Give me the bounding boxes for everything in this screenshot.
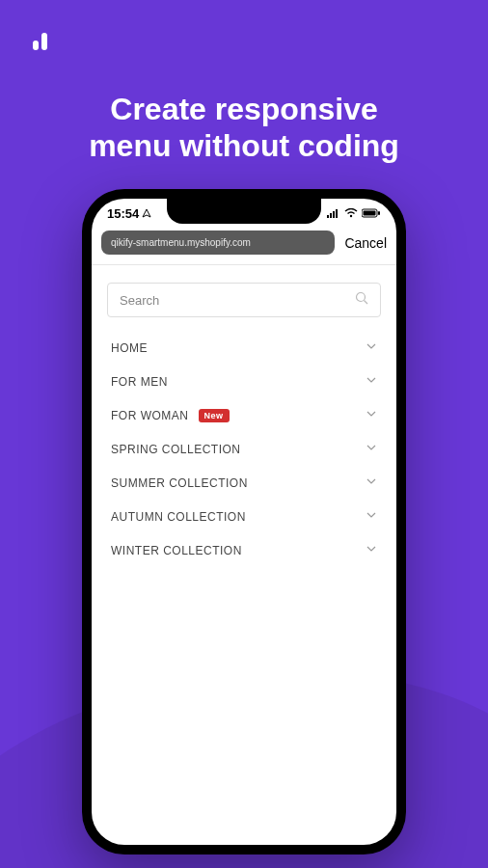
url-field[interactable]: qikify-smartmenu.myshopify.com [101, 231, 335, 255]
chevron-down-icon [366, 340, 377, 355]
svg-point-10 [357, 293, 366, 302]
status-time: 15:54 [107, 206, 139, 221]
menu-item-label: WINTER COLLECTION [111, 544, 242, 557]
new-badge: New [199, 409, 230, 422]
location-icon [142, 206, 151, 221]
headline-line-2: menu without coding [89, 128, 399, 163]
menu-item-label: SUMMER COLLECTION [111, 476, 248, 490]
menu-item-label: AUTUMN COLLECTION [111, 510, 246, 524]
search-input[interactable] [120, 293, 355, 308]
svg-rect-9 [378, 211, 380, 215]
svg-rect-1 [41, 33, 47, 50]
menu-item-label: HOME [111, 341, 148, 355]
menu-item[interactable]: FOR MEN [107, 365, 381, 398]
menu-item-label: SPRING COLLECTION [111, 443, 241, 456]
svg-rect-2 [327, 215, 329, 218]
chevron-down-icon [366, 408, 377, 422]
svg-point-6 [350, 215, 352, 217]
menu-item-label: FOR WOMAN [111, 409, 189, 422]
cancel-button[interactable]: Cancel [344, 235, 387, 251]
page-content: HOMEFOR MENFOR WOMANNewSPRING COLLECTION… [92, 265, 396, 584]
svg-rect-4 [333, 211, 335, 218]
phone-screen: 15:54 qikify-smartmenu.myshopify.com Can [92, 199, 396, 845]
search-box[interactable] [107, 283, 381, 317]
menu-item[interactable]: AUTUMN COLLECTION [107, 500, 381, 533]
chevron-down-icon [366, 475, 377, 490]
menu-item-label: FOR MEN [111, 375, 168, 389]
menu-list: HOMEFOR MENFOR WOMANNewSPRING COLLECTION… [107, 331, 381, 567]
menu-item[interactable]: SPRING COLLECTION [107, 432, 381, 466]
chevron-down-icon [366, 442, 377, 456]
svg-rect-5 [336, 209, 338, 218]
phone-notch [167, 199, 321, 224]
phone-frame: 15:54 qikify-smartmenu.myshopify.com Can [82, 189, 406, 854]
wifi-icon [344, 206, 358, 221]
brand-logo [31, 31, 50, 54]
svg-line-11 [365, 301, 368, 305]
chevron-down-icon [366, 509, 377, 524]
search-icon [355, 291, 368, 309]
signal-icon [327, 206, 340, 221]
headline-line-1: Create responsive [110, 92, 377, 126]
menu-item[interactable]: SUMMER COLLECTION [107, 466, 381, 500]
menu-item[interactable]: FOR WOMANNew [107, 398, 381, 432]
chevron-down-icon [366, 374, 377, 389]
svg-rect-8 [364, 211, 376, 216]
browser-address-bar: qikify-smartmenu.myshopify.com Cancel [92, 225, 396, 265]
battery-icon [362, 206, 381, 221]
menu-item[interactable]: WINTER COLLECTION [107, 533, 381, 567]
svg-rect-3 [330, 213, 332, 218]
marketing-headline: Create responsive menu without coding [0, 0, 488, 165]
menu-item[interactable]: HOME [107, 331, 381, 365]
chevron-down-icon [366, 543, 377, 557]
svg-rect-0 [33, 41, 39, 50]
